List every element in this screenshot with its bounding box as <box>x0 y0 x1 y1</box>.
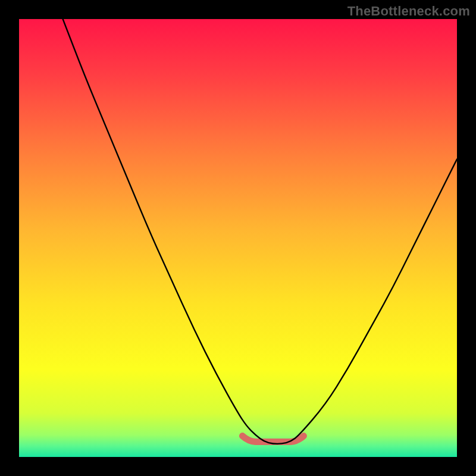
chart-frame: TheBottleneck.com <box>0 0 476 476</box>
bottleneck-curve <box>63 19 457 444</box>
plot-area <box>19 19 457 457</box>
watermark-text: TheBottleneck.com <box>347 4 470 19</box>
curve-layer <box>19 19 457 457</box>
